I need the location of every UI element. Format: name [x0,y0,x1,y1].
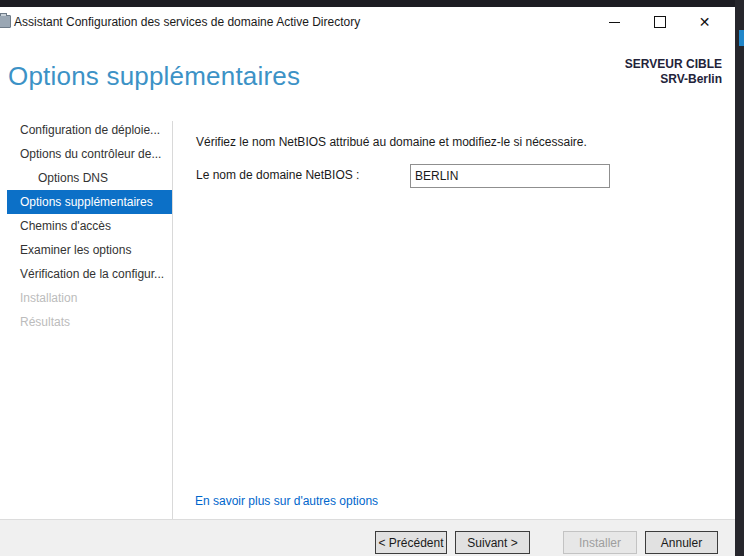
nav-item-deployment-configuration[interactable]: Configuration de déploie... [7,118,172,142]
app-icon [0,15,11,28]
next-button[interactable]: Suivant > [455,531,530,554]
desktop-background-fragment [739,30,744,46]
window-title: Assistant Configuration des services de … [14,15,360,29]
maximize-icon [654,16,666,28]
target-server-block: SERVEUR CIBLE SRV-Berlin [625,57,722,87]
close-icon: ✕ [699,15,711,29]
page-title: Options supplémentaires [8,61,300,91]
minimize-button[interactable] [592,7,637,37]
title-bar: Assistant Configuration des services de … [0,7,735,37]
netbios-input[interactable] [410,164,610,188]
target-server-name: SRV-Berlin [625,72,722,87]
install-button[interactable]: Installer [563,531,637,554]
nav-item-dns-options[interactable]: Options DNS [7,166,172,190]
nav-item-review-options[interactable]: Examiner les options [7,238,172,262]
button-bar: < Précédent Suivant > Installer Annuler [0,519,735,556]
close-button[interactable]: ✕ [682,7,727,37]
desktop-background-right [735,0,744,556]
minimize-icon [609,22,620,23]
wizard-window: Assistant Configuration des services de … [0,7,735,556]
page-header: Options supplémentaires SERVEUR CIBLE SR… [0,37,735,121]
target-server-label: SERVEUR CIBLE [625,57,722,72]
previous-button[interactable]: < Précédent [375,531,447,554]
nav-item-installation: Installation [7,286,172,310]
maximize-button[interactable] [637,7,682,37]
nav-item-additional-options[interactable]: Options supplémentaires [7,190,172,214]
instruction-text: Vérifiez le nom NetBIOS attribué au doma… [196,135,587,149]
window-controls: ✕ [592,7,727,37]
wizard-nav: Configuration de déploie... Options du c… [0,118,172,526]
cancel-button[interactable]: Annuler [645,531,718,554]
netbios-label: Le nom de domaine NetBIOS : [196,168,359,182]
desktop-background-top [0,0,744,7]
nav-item-paths[interactable]: Chemins d'accès [7,214,172,238]
nav-item-prerequisites-check[interactable]: Vérification de la configur... [7,262,172,286]
learn-more-link[interactable]: En savoir plus sur d'autres options [195,494,378,508]
nav-item-results: Résultats [7,310,172,334]
nav-item-domain-controller-options[interactable]: Options du contrôleur de... [7,142,172,166]
page-content: Vérifiez le nom NetBIOS attribué au doma… [173,118,735,526]
